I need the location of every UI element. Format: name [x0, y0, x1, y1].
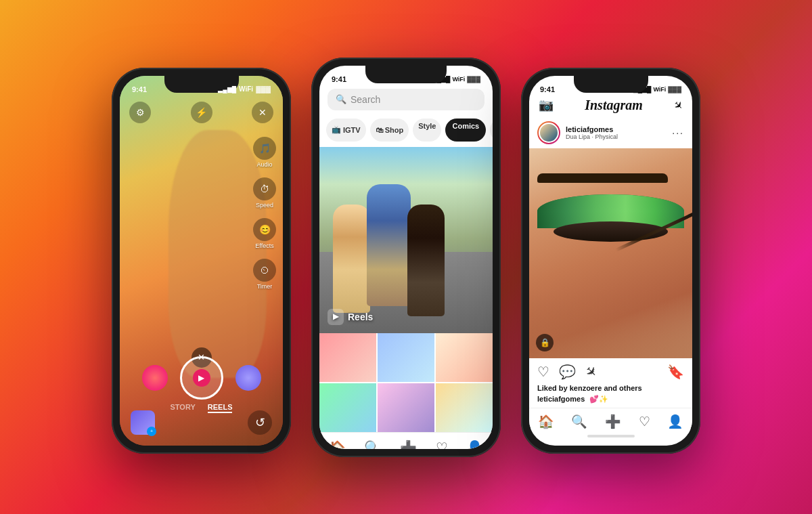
post-header: leticiafgomes Dua Lipa · Physical ··· — [529, 117, 692, 148]
reels-preview: ▶ Reels — [319, 147, 493, 333]
bottom-nav-mid: 🏠 🔍 ➕ ♡ 👤 — [319, 432, 493, 449]
igtv-icon: 📺 — [332, 125, 341, 134]
post-user-info: leticiafgomes Dua Lipa · Physical — [537, 121, 618, 144]
nav-home-right[interactable]: 🏠 — [538, 414, 554, 429]
gallery-button[interactable]: + — [131, 410, 155, 435]
nav-search-right[interactable]: 🔍 — [571, 414, 587, 429]
flash-icon[interactable]: ⚡ — [191, 102, 212, 123]
post-image: 🔒 — [529, 148, 692, 358]
search-placeholder: Search — [351, 94, 380, 105]
close-icon[interactable]: ✕ — [252, 102, 273, 123]
avatar[interactable] — [537, 121, 560, 144]
nav-profile-right[interactable]: 👤 — [667, 414, 683, 429]
grid-thumb-1[interactable] — [319, 333, 376, 382]
comment-button[interactable]: 💬 — [559, 364, 576, 380]
reels-label-icon: ▶ — [328, 309, 344, 325]
search-bar[interactable]: 🔍 Search — [328, 89, 484, 110]
lock-badge: 🔒 — [536, 334, 554, 351]
battery-mid: ▓▓▓ — [467, 76, 480, 83]
bottom-nav-right: 🏠 🔍 ➕ ♡ 👤 — [529, 408, 692, 433]
audio-tool[interactable]: 🎵 Audio — [253, 137, 276, 168]
signal-icon-left: ▂▄▆█ — [218, 86, 236, 93]
speed-tool[interactable]: ⏱ Speed — [253, 177, 276, 209]
notch-mid — [365, 66, 447, 83]
effects-tool[interactable]: 😊 Effects — [253, 218, 276, 249]
app-header: 📷 Instagram ✈ — [529, 93, 692, 117]
grid-thumb-6[interactable] — [436, 383, 493, 432]
eyebrow — [537, 173, 668, 183]
screen-left: 9:41 ▂▄▆█ WiFi ▓▓▓ ⚙ ⚡ ✕ 🎵 Audio ⏱ S — [120, 76, 283, 446]
caption-text: 💕✨ — [589, 395, 608, 403]
send-header-icon[interactable]: ✈ — [671, 98, 686, 113]
shop-icon: 🛍 — [376, 126, 383, 134]
tab-shop[interactable]: 🛍 Shop — [370, 119, 409, 142]
person-silhouette — [168, 130, 267, 378]
phone-right: 9:41 ▂▄▆█ WiFi ▓▓▓ 📷 Instagram ✈ leticia… — [521, 68, 700, 454]
wifi-icon-left: WiFi — [239, 85, 253, 93]
nav-add-mid[interactable]: ➕ — [400, 440, 417, 449]
instagram-logo: Instagram — [585, 98, 643, 113]
grid-thumb-4[interactable] — [319, 383, 376, 432]
like-button[interactable]: ♡ — [537, 364, 549, 380]
face-lower — [529, 291, 692, 358]
phone-left: 9:41 ▂▄▆█ WiFi ▓▓▓ ⚙ ⚡ ✕ 🎵 Audio ⏱ S — [112, 68, 291, 454]
battery-icon-left: ▓▓▓ — [256, 85, 271, 93]
nav-home-mid[interactable]: 🏠 — [329, 440, 346, 449]
person-3 — [407, 205, 445, 316]
status-icons-left: ▂▄▆█ WiFi ▓▓▓ — [218, 85, 271, 93]
grid-thumb-2[interactable] — [378, 333, 434, 382]
side-tools: 🎵 Audio ⏱ Speed 😊 Effects ⏲ Timer — [253, 137, 276, 290]
tab-igtv[interactable]: 📺 IGTV — [326, 119, 366, 142]
camera-header-icon[interactable]: 📷 — [539, 98, 554, 112]
status-time-right: 9:41 — [540, 85, 555, 93]
shutter-button[interactable]: ▶ — [180, 356, 223, 400]
person-2 — [367, 184, 411, 306]
battery-right: ▓▓▓ — [668, 86, 681, 93]
action-left: ♡ 💬 ✈ — [537, 364, 597, 380]
home-indicator-right — [587, 435, 635, 437]
post-song: Dua Lipa · Physical — [566, 133, 618, 140]
category-tabs: 📺 IGTV 🛍 Shop Style Comics TV & Movies — [319, 116, 493, 147]
camera-top-controls: ⚙ ⚡ ✕ — [129, 102, 273, 123]
wifi-mid: WiFi — [452, 76, 465, 83]
effect-button-2[interactable] — [235, 365, 261, 391]
post-likes: Liked by kenzoere and others — [529, 383, 692, 393]
user-text: leticiafgomes Dua Lipa · Physical — [566, 125, 618, 140]
tab-style[interactable]: Style — [413, 119, 441, 142]
shutter-row: ▶ — [120, 356, 283, 400]
shutter-inner: ▶ — [193, 369, 210, 387]
status-time-mid: 9:41 — [332, 75, 346, 83]
grid-thumb-3[interactable] — [436, 333, 493, 382]
bookmark-button[interactable]: 🔖 — [667, 364, 684, 380]
nav-heart-mid[interactable]: ♡ — [436, 440, 448, 449]
share-button[interactable]: ✈ — [581, 362, 601, 381]
effect-button-1[interactable] — [142, 365, 168, 391]
gallery-badge: + — [147, 427, 156, 436]
tab-comics[interactable]: Comics — [445, 119, 486, 142]
screen-right: 9:41 ▂▄▆█ WiFi ▓▓▓ 📷 Instagram ✈ leticia… — [529, 76, 692, 446]
grid-thumb-5[interactable] — [378, 383, 434, 432]
wifi-right: WiFi — [653, 86, 666, 93]
post-username[interactable]: leticiafgomes — [566, 125, 618, 133]
tab-tv-movies[interactable]: TV & Movies — [490, 119, 493, 142]
post-caption: leticiafgomes 💕✨ — [529, 393, 692, 408]
person-1 — [333, 205, 370, 313]
more-options-button[interactable]: ··· — [672, 127, 684, 138]
nav-heart-right[interactable]: ♡ — [639, 414, 650, 429]
avatar-inner — [539, 123, 559, 143]
bottom-row: + ↺ — [131, 410, 272, 435]
liked-by-user[interactable]: kenzoere — [570, 384, 602, 392]
flip-camera-button[interactable]: ↺ — [248, 410, 272, 435]
photo-grid — [319, 333, 493, 432]
screen-mid: 9:41 ▂▄▆█ WiFi ▓▓▓ 🔍 Search 📺 IGTV 🛍 Sho… — [319, 66, 493, 449]
nav-profile-mid[interactable]: 👤 — [466, 440, 483, 449]
nav-add-right[interactable]: ➕ — [605, 414, 621, 429]
reels-shutter-icon: ▶ — [198, 373, 204, 383]
post-actions: ♡ 💬 ✈ 🔖 — [529, 358, 692, 383]
phone-mid: 9:41 ▂▄▆█ WiFi ▓▓▓ 🔍 Search 📺 IGTV 🛍 Sho… — [311, 58, 501, 457]
nav-search-mid[interactable]: 🔍 — [364, 440, 381, 449]
caption-user: leticiafgomes — [537, 395, 585, 403]
timer-tool[interactable]: ⏲ Timer — [253, 259, 276, 290]
search-icon: 🔍 — [336, 94, 346, 104]
settings-icon[interactable]: ⚙ — [129, 102, 151, 123]
